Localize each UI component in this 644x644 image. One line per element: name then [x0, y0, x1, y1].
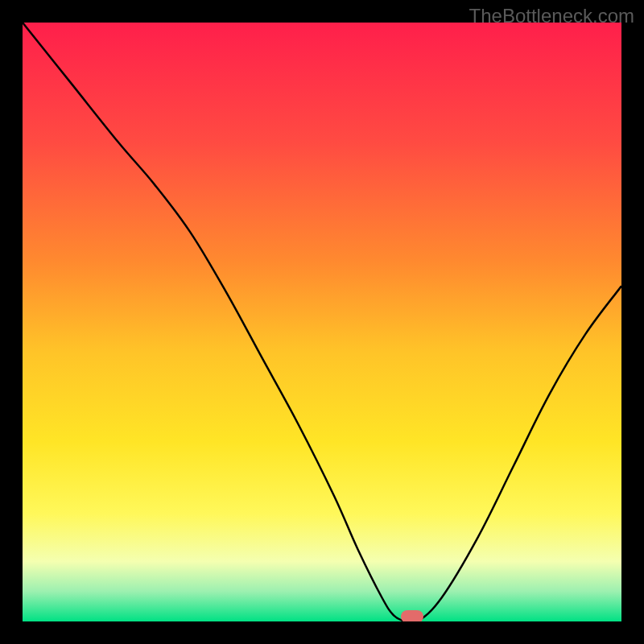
- watermark-text: TheBottleneck.com: [469, 5, 634, 27]
- optimal-point-marker: [401, 610, 423, 621]
- chart-svg: [23, 23, 621, 621]
- chart-container: TheBottleneck.com: [0, 0, 644, 644]
- plot-area: [23, 23, 621, 621]
- gradient-background: [23, 23, 621, 621]
